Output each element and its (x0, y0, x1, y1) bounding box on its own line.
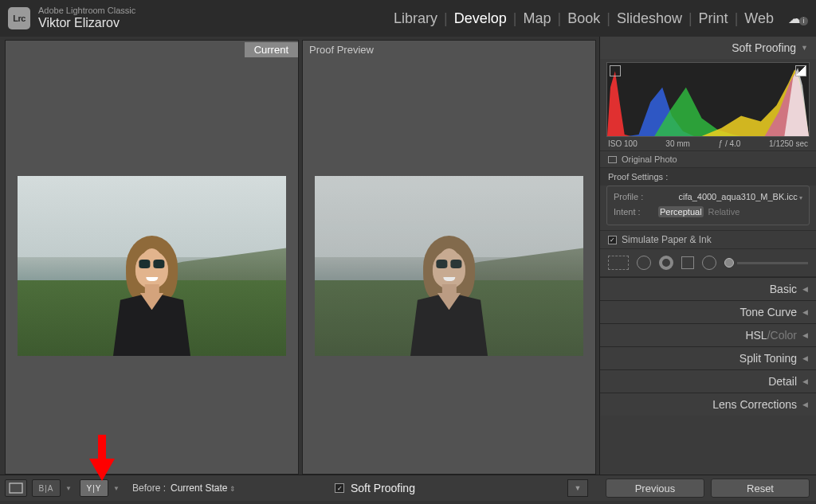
original-photo-icon (608, 156, 617, 163)
slider-knob-icon[interactable] (724, 258, 734, 268)
right-panel: Soft Proofing ▼ ISO 100 30 mm ƒ / 4.0 1/… (599, 37, 816, 475)
before-pane-label: Current (245, 42, 298, 57)
reset-button[interactable]: Reset (711, 479, 810, 498)
section-tone-curve[interactable]: Tone Curve◀ (600, 300, 816, 323)
meta-iso: ISO 100 (608, 139, 638, 148)
proof-settings-header: Proof Settings : (600, 167, 816, 186)
before-pane[interactable]: Current (5, 40, 299, 475)
before-after-split-button[interactable]: B|A (32, 479, 61, 497)
intent-row: Intent : Perceptual Relative (614, 204, 802, 220)
soft-proofing-title: Soft Proofing (732, 41, 796, 54)
section-detail[interactable]: Detail◀ (600, 369, 816, 393)
module-picker: Library| Develop| Map| Book| Slideshow| … (387, 10, 808, 27)
section-split-toning[interactable]: Split Toning◀ (600, 346, 816, 369)
crop-tool-icon[interactable] (608, 256, 629, 270)
section-basic[interactable]: Basic◀ (600, 277, 816, 300)
toolbar-options-dropdown[interactable]: ▼ (567, 479, 588, 497)
intent-relative-button[interactable]: Relative (707, 206, 742, 217)
before-photo[interactable] (18, 176, 287, 355)
gradient-tool-icon[interactable] (681, 256, 694, 269)
cloud-sync-icon[interactable]: ☁i (788, 10, 808, 27)
module-book[interactable]: Book (561, 10, 606, 27)
module-print[interactable]: Print (692, 10, 735, 27)
section-hsl-color[interactable]: HSL / Color◀ (600, 323, 816, 346)
section-lens-corrections[interactable]: Lens Corrections◀ (600, 393, 816, 416)
after-pane-body (303, 58, 595, 474)
meta-shutter: 1/1250 sec (769, 139, 808, 148)
module-slideshow[interactable]: Slideshow (610, 10, 688, 27)
soft-proof-checkbox[interactable]: ✓ (335, 483, 344, 493)
before-after-menu-caret-icon[interactable]: ▼ (65, 485, 75, 492)
before-state-dropdown[interactable]: Current State (171, 483, 236, 494)
shadow-clip-icon[interactable] (610, 65, 621, 76)
app-logo: Lrc (8, 7, 30, 29)
brush-size-slider[interactable] (724, 258, 808, 268)
module-library[interactable]: Library (387, 10, 444, 27)
panel-collapse-icon[interactable]: ▼ (801, 44, 808, 52)
histogram-meta: ISO 100 30 mm ƒ / 4.0 1/1250 sec (600, 137, 816, 150)
module-develop[interactable]: Develop (448, 10, 513, 27)
annotation-arrow-icon (89, 435, 115, 481)
crop-tool-row (600, 248, 816, 277)
proof-settings-box: Profile : cifa_4000_aqua310_M_BK.icc Int… (606, 186, 810, 225)
original-photo-link[interactable]: Original Photo (600, 150, 816, 167)
simulate-label: Simulate Paper & Ink (622, 234, 712, 245)
yy-menu-caret-icon[interactable]: ▼ (113, 485, 123, 492)
app-name: Adobe Lightroom Classic (38, 6, 135, 16)
module-web[interactable]: Web (738, 10, 780, 27)
module-map[interactable]: Map (516, 10, 557, 27)
before-pane-header: Current (6, 41, 298, 58)
canvas-zone: Current Proof Preview (0, 37, 599, 475)
after-pane-header: Proof Preview (303, 41, 595, 58)
spot-tool-icon[interactable] (637, 256, 651, 270)
redeye-tool-icon[interactable] (659, 256, 673, 270)
after-photo[interactable] (315, 176, 584, 355)
meta-focal: 30 mm (665, 139, 690, 148)
before-label: Before : (132, 483, 166, 494)
soft-proof-toolbar-label: Soft Proofing (351, 482, 415, 494)
main-area: Current Proof Preview (0, 37, 816, 475)
app-titles: Adobe Lightroom Classic Viktor Elizarov (38, 6, 135, 30)
histogram[interactable] (606, 62, 810, 137)
radial-tool-icon[interactable] (702, 256, 716, 270)
highlight-clip-icon[interactable] (795, 65, 806, 76)
intent-perceptual-button[interactable]: Perceptual (658, 206, 704, 217)
intent-label: Intent : (614, 207, 652, 217)
profile-label: Profile : (614, 192, 652, 201)
top-bar: Lrc Adobe Lightroom Classic Viktor Eliza… (0, 0, 816, 37)
before-after-side-button[interactable]: Y|Y (80, 479, 108, 497)
profile-dropdown[interactable]: cifa_4000_aqua310_M_BK.icc (658, 192, 802, 201)
soft-proofing-panel-header[interactable]: Soft Proofing ▼ (600, 37, 816, 59)
simulate-checkbox[interactable]: ✓ (608, 236, 617, 244)
toolbar: B|A ▼ Y|Y ▼ Before : Current State ✓ Sof… (0, 475, 816, 501)
svg-rect-0 (10, 483, 22, 493)
after-pane[interactable]: Proof Preview (302, 40, 596, 475)
simulate-paper-row[interactable]: ✓ Simulate Paper & Ink (600, 230, 816, 248)
previous-button[interactable]: Previous (606, 479, 704, 498)
proof-settings-title: Proof Settings : (608, 172, 668, 182)
compare-view: Current Proof Preview (0, 37, 599, 475)
original-photo-label: Original Photo (622, 154, 677, 164)
profile-row: Profile : cifa_4000_aqua310_M_BK.icc (614, 189, 802, 204)
identity-plate[interactable]: Viktor Elizarov (38, 16, 135, 30)
loupe-view-button[interactable] (5, 479, 27, 497)
before-pane-body (6, 58, 298, 474)
after-pane-label: Proof Preview (303, 42, 383, 57)
meta-aperture: ƒ / 4.0 (719, 139, 741, 148)
